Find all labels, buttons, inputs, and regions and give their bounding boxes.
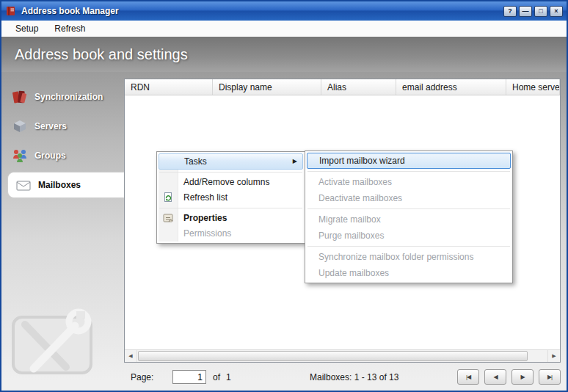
context-menu: Tasks ▶ Add/Remove columns Refresh list … — [156, 151, 305, 244]
scroll-right-arrow-icon[interactable]: ▶ — [547, 350, 560, 362]
of-label: of — [213, 372, 220, 382]
menu-item-label: Activate mailboxes — [318, 177, 392, 187]
menu-item-permissions[interactable]: Permissions — [159, 226, 303, 242]
window-title: Address book Manager — [21, 6, 499, 16]
menu-item-label: Deactivate mailboxes — [318, 193, 402, 203]
page-title: Address book and settings — [15, 46, 188, 63]
menu-item-label: Purge mailboxes — [318, 231, 384, 241]
menu-separator — [159, 208, 302, 208]
scrollbar-thumb[interactable] — [138, 351, 528, 361]
close-button[interactable]: × — [550, 6, 563, 17]
total-pages: 1 — [226, 372, 231, 382]
sidebar-item-servers[interactable]: Servers — [1, 113, 124, 139]
menubar: Setup Refresh — [1, 21, 567, 37]
column-header-rdn[interactable]: RDN — [125, 79, 213, 95]
tasks-submenu: Import mailbox wizard Activate mailboxes… — [305, 150, 513, 283]
titlebar: Address book Manager ? — □ × — [1, 1, 567, 21]
address-book-manager-window: Address book Manager ? — □ × Setup Refre… — [0, 0, 568, 392]
submenu-arrow-icon: ▶ — [293, 154, 297, 169]
menu-item-label: Synchronize mailbox folder permissions — [318, 252, 473, 262]
properties-icon — [162, 212, 174, 224]
submenu-item-purge-mailboxes[interactable]: Purge mailboxes — [307, 228, 511, 244]
pagination-nav: |◀ ◀ ▶ ▶| — [457, 369, 561, 385]
window-controls: ? — □ × — [503, 6, 563, 17]
sidebar-item-label: Servers — [34, 121, 67, 131]
envelope-icon — [15, 177, 32, 193]
maximize-button[interactable]: □ — [534, 6, 547, 17]
menu-item-label: Migrate mailbox — [318, 214, 381, 225]
sidebar-item-mailboxes[interactable]: Mailboxes — [7, 172, 125, 198]
submenu-item-synchronize-mailbox-folder-permissions[interactable]: Synchronize mailbox folder permissions — [307, 249, 511, 265]
help-button[interactable]: ? — [503, 6, 517, 17]
menu-separator — [307, 208, 510, 209]
menu-item-add-remove-columns[interactable]: Add/Remove columns — [159, 175, 303, 190]
server-box-icon — [12, 118, 28, 134]
refresh-list-icon — [162, 192, 174, 203]
column-header-alias[interactable]: Alias — [321, 79, 396, 95]
menu-setup[interactable]: Setup — [7, 21, 46, 36]
submenu-item-deactivate-mailboxes[interactable]: Deactivate mailboxes — [307, 190, 511, 206]
groups-people-icon — [12, 148, 28, 164]
column-header-home-server[interactable]: Home server — [506, 79, 560, 95]
submenu-item-update-mailboxes[interactable]: Update mailboxes — [307, 265, 511, 281]
page-header: Address book and settings — [1, 37, 567, 72]
pagination-bar: Page: of 1 Mailboxes: 1 - 13 of 13 |◀ ◀ … — [1, 364, 567, 391]
menu-item-label: Tasks — [184, 156, 207, 167]
page-number-input[interactable] — [172, 370, 206, 384]
sync-books-icon — [12, 89, 28, 105]
menu-item-label: Update mailboxes — [318, 268, 389, 278]
sidebar-item-label: Synchronization — [34, 92, 103, 102]
sidebar-item-label: Mailboxes — [38, 180, 81, 190]
submenu-item-migrate-mailbox[interactable]: Migrate mailbox — [307, 211, 511, 228]
menu-refresh[interactable]: Refresh — [46, 21, 93, 36]
column-header-display-name[interactable]: Display name — [213, 79, 321, 95]
horizontal-scrollbar[interactable]: ◀ ▶ — [125, 349, 560, 362]
menu-separator — [307, 246, 510, 247]
sidebar-item-groups[interactable]: Groups — [1, 142, 124, 169]
menu-item-tasks[interactable]: Tasks ▶ — [159, 153, 303, 170]
scroll-left-arrow-icon[interactable]: ◀ — [125, 350, 137, 362]
menu-item-label: Add/Remove columns — [183, 177, 269, 187]
first-page-button[interactable]: |◀ — [457, 369, 479, 385]
sidebar-item-synchronization[interactable]: Synchronization — [1, 84, 124, 110]
sidebar-item-label: Groups — [34, 150, 66, 161]
menu-item-label: Properties — [183, 213, 227, 223]
submenu-item-import-mailbox-wizard[interactable]: Import mailbox wizard — [307, 153, 511, 169]
next-page-button[interactable]: ▶ — [511, 369, 534, 385]
menu-item-label: Import mailbox wizard — [319, 156, 405, 166]
submenu-item-activate-mailboxes[interactable]: Activate mailboxes — [307, 174, 511, 190]
menu-item-properties[interactable]: Properties — [159, 211, 303, 226]
last-page-button[interactable]: ▶| — [539, 369, 561, 385]
minimize-button[interactable]: — — [519, 6, 532, 17]
app-icon — [5, 5, 17, 17]
prev-page-button[interactable]: ◀ — [484, 369, 506, 385]
mailboxes-count-status: Mailboxes: 1 - 13 of 13 — [310, 372, 398, 382]
table-header: RDN Display name Alias email address Hom… — [125, 79, 560, 95]
menu-item-label: Permissions — [183, 228, 231, 239]
page-label: Page: — [131, 372, 153, 382]
menu-separator — [307, 171, 510, 172]
menu-separator — [159, 172, 302, 173]
column-header-email-address[interactable]: email address — [396, 79, 506, 95]
menu-item-label: Refresh list — [183, 192, 227, 203]
menu-item-refresh-list[interactable]: Refresh list — [159, 190, 303, 206]
